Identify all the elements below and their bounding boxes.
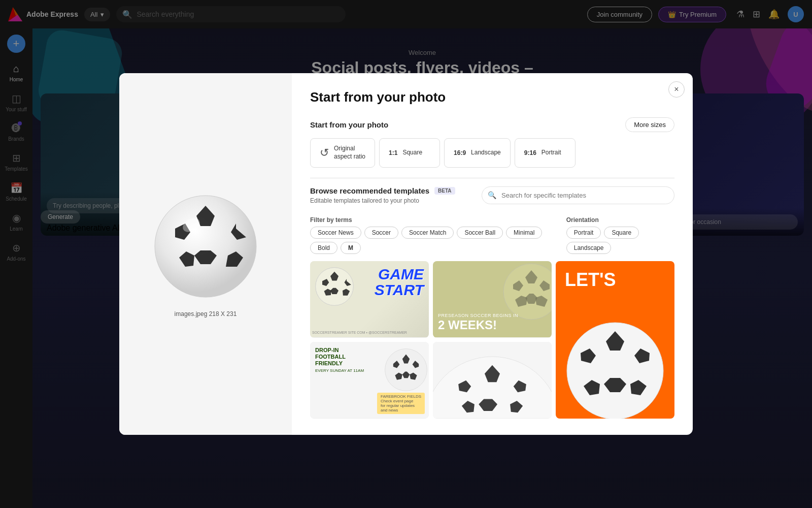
browse-section: Browse recommended templates BETA Editab…: [310, 186, 674, 211]
photo-filename: images.jpeg 218 X 231: [175, 310, 237, 318]
lets-text: LET'S: [565, 269, 616, 291]
orientation-label: Orientation: [566, 216, 674, 224]
square-ratio: 1:1: [389, 149, 397, 156]
size-option-portrait[interactable]: 9:16 Portrait: [515, 138, 576, 167]
orientation-tags: Portrait Square Landscape: [566, 227, 674, 254]
dropin-inner: DROP-INFOOTBALLFRIENDLYEVERY SUNDAY AT 1…: [310, 342, 429, 418]
filter-tag-soccer[interactable]: Soccer: [364, 227, 398, 239]
template-search-wrap: 🔍: [482, 186, 674, 204]
size-option-square[interactable]: 1:1 Square: [379, 138, 440, 167]
filter-tag-soccer-news[interactable]: Soccer News: [310, 227, 361, 239]
ball-closeup-inner: [433, 342, 552, 418]
orientation-portrait[interactable]: Portrait: [566, 227, 601, 239]
filter-tag-more[interactable]: M: [341, 242, 361, 254]
browse-title: Browse recommended templates: [310, 186, 429, 195]
template-card-preseason[interactable]: PRESEASON SOCCER BEGINS IN 2 WEEKS!: [433, 261, 552, 338]
square-label: Square: [402, 149, 422, 157]
filter-tag-soccer-ball[interactable]: Soccer Ball: [457, 227, 503, 239]
browse-left: Browse recommended templates BETA Editab…: [310, 186, 475, 211]
filter-tag-bold[interactable]: Bold: [310, 242, 337, 254]
orientation-square[interactable]: Square: [604, 227, 639, 239]
size-options: ↺ Originalaspect ratio 1:1 Square 16:9 L…: [310, 138, 674, 167]
filter-row: Filter by terms Soccer News Soccer Socce…: [310, 216, 674, 254]
preseason-inner: PRESEASON SOCCER BEGINS IN 2 WEEKS!: [433, 261, 552, 337]
portrait-label: Portrait: [542, 149, 561, 157]
game-start-ball-container: [314, 266, 355, 309]
filter-tags: Soccer News Soccer Soccer Match Soccer B…: [310, 227, 566, 254]
preseason-text: PRESEASON SOCCER BEGINS IN 2 WEEKS!: [438, 313, 518, 332]
filter-tag-minimal[interactable]: Minimal: [506, 227, 542, 239]
preseason-top-text: PRESEASON SOCCER BEGINS IN: [438, 313, 518, 318]
dropin-ball: [383, 347, 429, 398]
size-option-original[interactable]: ↺ Originalaspect ratio: [310, 138, 375, 167]
photo-preview: [150, 190, 261, 304]
dropin-text: DROP-INFOOTBALLFRIENDLYEVERY SUNDAY AT 1…: [315, 347, 364, 374]
landscape-ratio: 16:9: [454, 149, 466, 156]
original-aspect-icon: ↺: [320, 146, 329, 160]
soccer-ball-image: [150, 190, 261, 302]
lets-inner: LET'S: [556, 261, 674, 419]
section-divider: [310, 178, 674, 178]
svg-point-23: [503, 264, 552, 320]
filter-terms-section: Filter by terms Soccer News Soccer Socce…: [310, 216, 566, 254]
template-card-dropin[interactable]: DROP-INFOOTBALLFRIENDLYEVERY SUNDAY AT 1…: [310, 342, 429, 419]
portrait-ratio: 9:16: [524, 149, 536, 156]
landscape-label: Landscape: [471, 149, 501, 157]
filter-tag-soccer-match[interactable]: Soccer Match: [401, 227, 454, 239]
template-card-lets[interactable]: LET'S: [556, 261, 674, 419]
modal-right-panel: Start from your photo Start from your ph…: [292, 73, 693, 434]
modal-title: Start from your photo: [310, 89, 674, 105]
lets-ball: [564, 315, 666, 419]
preseason-bottom-text: 2 WEEKS!: [438, 318, 518, 332]
browse-subtitle: Editable templates tailored to your phot…: [310, 197, 475, 204]
start-from-photo-modal: ×: [119, 73, 693, 434]
photo-section-title: Start from your photo: [310, 120, 388, 129]
filter-label: Filter by terms: [310, 216, 566, 224]
more-sizes-button[interactable]: More sizes: [625, 117, 674, 132]
template-search-input[interactable]: [482, 186, 674, 204]
modal-left-panel: images.jpeg 218 X 231: [119, 73, 292, 434]
modal-overlay[interactable]: ×: [0, 0, 812, 508]
size-option-landscape[interactable]: 16:9 Landscape: [444, 138, 511, 167]
template-search: 🔍: [482, 186, 674, 204]
beta-badge: BETA: [434, 187, 455, 195]
orientation-landscape[interactable]: Landscape: [566, 242, 612, 254]
template-card-game-start[interactable]: GAME START SOCCERSTREAMER SITE COM • @SO…: [310, 261, 429, 338]
dropin-info-box: FAREBROOK FIELDSCheck event pagefor regu…: [377, 393, 425, 414]
photo-section-header: Start from your photo More sizes: [310, 117, 674, 132]
template-card-ball-closeup[interactable]: [433, 342, 552, 419]
original-label: Originalaspect ratio: [334, 145, 365, 161]
browse-header: Browse recommended templates BETA: [310, 186, 475, 195]
template-grid: GAME START SOCCERSTREAMER SITE COM • @SO…: [310, 261, 674, 419]
game-start-text: GAME START: [375, 266, 424, 298]
template-search-icon: 🔍: [488, 191, 496, 199]
game-start-inner: GAME START SOCCERSTREAMER SITE COM • @SO…: [310, 261, 429, 337]
orientation-section: Orientation Portrait Square Landscape: [566, 216, 674, 254]
game-start-footer: SOCCERSTREAMER SITE COM • @SOCCERSTREAME…: [312, 331, 407, 334]
